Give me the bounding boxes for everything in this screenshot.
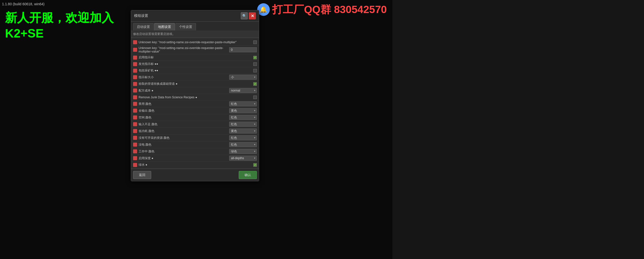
setting-label: 工作中 颜色 bbox=[139, 149, 229, 154]
setting-mod-icon bbox=[133, 56, 137, 60]
setting-value: normalcheapexpensive bbox=[229, 88, 257, 93]
setting-label: 低功耗 颜色 bbox=[139, 129, 229, 133]
setting-row: Unknown key: "mod-setting-name.ssi-overr… bbox=[131, 46, 259, 54]
setting-mod-icon bbox=[133, 69, 137, 73]
setting-value bbox=[253, 40, 257, 44]
modal-close-button[interactable]: ✕ bbox=[249, 12, 256, 19]
setting-text-input[interactable] bbox=[229, 47, 257, 52]
setting-dropdown[interactable]: 红色绿色蓝色 bbox=[229, 101, 257, 106]
setting-value bbox=[253, 163, 257, 167]
setting-value: 红色黄色绿色 bbox=[229, 128, 257, 134]
setting-value bbox=[253, 82, 257, 86]
setting-dropdown[interactable]: 红色黄色绿色 bbox=[229, 128, 257, 134]
setting-dropdown[interactable]: 红色黄色绿色 bbox=[229, 142, 257, 147]
setting-row: 禁用 颜色红色绿色蓝色 bbox=[131, 101, 259, 107]
setting-row: 绿水 ● bbox=[131, 162, 259, 168]
setting-dropdown[interactable]: normalcheapexpensive bbox=[229, 88, 257, 93]
setting-dropdown-wrapper: 红色黄色绿色 bbox=[229, 142, 257, 147]
setting-row: 低功耗 颜色红色黄色绿色 bbox=[131, 128, 259, 135]
setting-mod-icon bbox=[133, 40, 137, 44]
setting-label: 输入不足 颜色 bbox=[139, 122, 229, 126]
setting-row: 配方成本 ●normalcheapexpensive bbox=[131, 87, 259, 94]
chinese-overlay: 新人开服，欢迎加入 K2+SE bbox=[5, 10, 114, 41]
setting-row: 拾取的管道转换成基础管道 ● bbox=[131, 81, 259, 87]
setting-value bbox=[253, 69, 257, 72]
game-background bbox=[392, 0, 644, 259]
setting-dropdown-wrapper: 红色黄色绿色 bbox=[229, 108, 257, 113]
setting-label: 启用深度 ● bbox=[139, 156, 229, 160]
setting-checkbox[interactable] bbox=[253, 40, 257, 44]
setting-dropdown-wrapper: normalcheapexpensive bbox=[229, 88, 257, 93]
modal-footer: 返回 确认 bbox=[131, 169, 259, 181]
setting-value: 红色黄色绿色 bbox=[229, 149, 257, 154]
setting-mod-icon bbox=[133, 82, 137, 86]
setting-dropdown[interactable]: 红色黄色绿色 bbox=[229, 135, 257, 140]
notification-area: 🔔 打工厂QQ群 830542570 bbox=[257, 3, 387, 17]
setting-mod-icon bbox=[133, 163, 137, 167]
cancel-button[interactable]: 返回 bbox=[133, 171, 151, 179]
setting-mod-icon bbox=[133, 109, 137, 113]
setting-dropdown-wrapper: 红色黄色绿色 bbox=[229, 122, 257, 127]
setting-mod-icon bbox=[133, 136, 137, 140]
setting-checkbox[interactable] bbox=[253, 163, 257, 167]
setting-checkbox[interactable] bbox=[253, 82, 257, 86]
tab-map[interactable]: 地图设置 bbox=[154, 23, 175, 30]
chinese-line2: K2+SE bbox=[5, 26, 114, 41]
setting-mod-icon bbox=[133, 95, 137, 99]
setting-dropdown-wrapper: 红色黄色绿色 bbox=[229, 115, 257, 120]
setting-label: 发光指示标 ●● bbox=[139, 62, 253, 66]
setting-value bbox=[253, 96, 257, 99]
modal-search-button[interactable]: 🔍 bbox=[241, 12, 248, 19]
setting-row: 指示标大小小中大 bbox=[131, 74, 259, 81]
version-text: 1.1.80 (build 60618, win64) bbox=[2, 2, 45, 6]
setting-mod-icon bbox=[133, 122, 137, 126]
setting-checkbox[interactable] bbox=[253, 62, 257, 66]
setting-dropdown[interactable]: 红色黄色绿色 bbox=[229, 115, 257, 120]
setting-row: 没有可开采的资源 颜色红色黄色绿色 bbox=[131, 135, 259, 141]
setting-dropdown-wrapper: 小中大 bbox=[229, 75, 257, 80]
setting-row: Unknown key: "mod-setting-name.ssi-overr… bbox=[131, 39, 259, 46]
setting-dropdown[interactable]: all-depthssurfaceunderground bbox=[229, 156, 257, 161]
setting-label: 全输出 颜色 bbox=[139, 109, 229, 113]
setting-label: 指示标大小 bbox=[139, 75, 229, 79]
setting-dropdown[interactable]: 小中大 bbox=[229, 75, 257, 80]
setting-label: 禁用 颜色 bbox=[139, 102, 229, 106]
setting-checkbox[interactable] bbox=[253, 56, 257, 59]
setting-value bbox=[229, 47, 257, 52]
setting-label: 配方成本 ● bbox=[139, 89, 229, 93]
setting-mod-icon bbox=[133, 62, 137, 66]
tab-personal[interactable]: 个性设置 bbox=[175, 23, 196, 30]
setting-row: 输入不足 颜色红色黄色绿色 bbox=[131, 121, 259, 128]
setting-value: 红色黄色绿色 bbox=[229, 142, 257, 147]
setting-row: Remove Junk Data from Science Recipes ● bbox=[131, 94, 259, 101]
setting-dropdown[interactable]: 红色黄色绿色 bbox=[229, 122, 257, 127]
setting-label: 拾取的管道转换成基础管道 ● bbox=[139, 82, 253, 86]
setting-value: 红色黄色绿色 bbox=[229, 115, 257, 120]
setting-label: Unknown key: "mod-setting-name.ssi-overr… bbox=[139, 46, 229, 53]
setting-row: 工作中 颜色红色黄色绿色 bbox=[131, 148, 259, 155]
setting-mod-icon bbox=[133, 102, 137, 106]
setting-checkbox[interactable] bbox=[253, 96, 257, 99]
setting-value: all-depthssurfaceunderground bbox=[229, 156, 257, 161]
setting-row: 全输出 颜色红色黄色绿色 bbox=[131, 107, 259, 114]
setting-dropdown[interactable]: 红色黄色绿色 bbox=[229, 149, 257, 154]
setting-dropdown-wrapper: 红色黄色绿色 bbox=[229, 128, 257, 134]
setting-label: 空闲 颜色 bbox=[139, 115, 229, 120]
setting-label: 包括采矿机 ●● bbox=[139, 68, 253, 73]
confirm-button[interactable]: 确认 bbox=[239, 171, 257, 179]
setting-value: 红色黄色绿色 bbox=[229, 108, 257, 113]
setting-label: 启用指示标 bbox=[139, 55, 253, 60]
setting-dropdown-wrapper: 红色黄色绿色 bbox=[229, 149, 257, 154]
setting-row: 包括采矿机 ●● bbox=[131, 67, 259, 74]
setting-mod-icon bbox=[133, 129, 137, 133]
setting-checkbox[interactable] bbox=[253, 69, 257, 72]
qq-text: 打工厂QQ群 830542570 bbox=[272, 3, 387, 17]
info-text: 修改启动设置项需要重启游戏。 bbox=[131, 30, 259, 38]
setting-row: 没电 颜色红色黄色绿色 bbox=[131, 141, 259, 148]
setting-dropdown[interactable]: 红色黄色绿色 bbox=[229, 108, 257, 113]
setting-row: 启用指示标 bbox=[131, 54, 259, 61]
setting-mod-icon bbox=[133, 143, 137, 147]
settings-list: Unknown key: "mod-setting-name.ssi-overr… bbox=[131, 38, 259, 169]
tab-startup[interactable]: 启动设置 bbox=[133, 23, 154, 30]
setting-label: Unknown key: "mod-setting-name.ssi-overr… bbox=[139, 40, 253, 44]
